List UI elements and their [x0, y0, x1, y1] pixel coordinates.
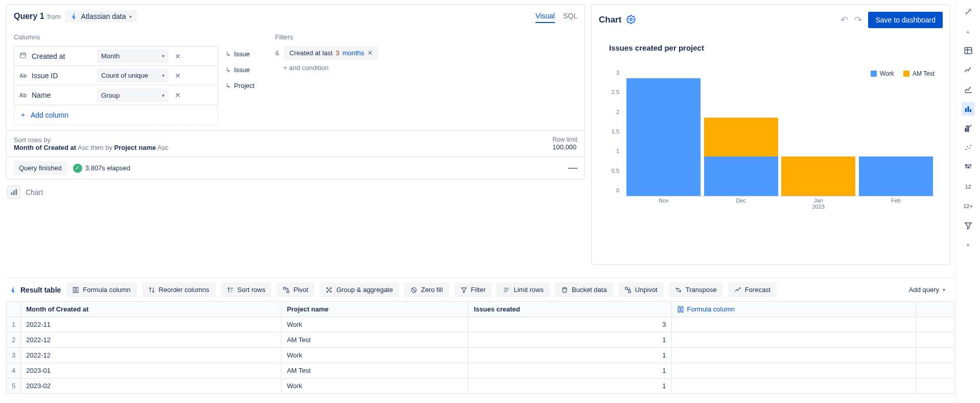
row-number: 4 — [7, 363, 21, 378]
svg-rect-1 — [11, 192, 13, 195]
formula-column-header[interactable]: Formula column — [671, 302, 916, 317]
svg-rect-7 — [967, 106, 969, 112]
tool-sort-rows[interactable]: Sort rows — [221, 282, 272, 297]
table-header[interactable]: Issues created — [469, 302, 671, 317]
chart-panel: Chart ↶ ↷ Save to dashboard Issues creat… — [591, 4, 950, 265]
sort-description[interactable]: Month of Created at Asc then by Project … — [14, 144, 169, 151]
table-row[interactable]: 42023-01AM Test1 — [7, 363, 954, 378]
chart-type-combo-icon[interactable] — [962, 122, 975, 135]
tool-transpose[interactable]: Transpose — [669, 282, 723, 297]
tool-zero-fill[interactable]: Zero fill — [404, 282, 449, 297]
chart-type-scatter-icon[interactable] — [962, 141, 975, 154]
bar-segment-work[interactable] — [859, 156, 933, 196]
tool-group[interactable]: Group & aggregate — [319, 282, 399, 297]
svg-rect-2 — [13, 191, 15, 195]
chart-type-funnel-icon[interactable] — [962, 219, 975, 232]
chart-chip-icon[interactable] — [7, 186, 20, 199]
table-header[interactable]: Project name — [282, 302, 469, 317]
column-row: AbIssue IDCount of unique▾✕ — [14, 66, 218, 85]
cell-project: Work — [282, 348, 469, 363]
bar-segment-am[interactable] — [704, 118, 778, 157]
column-remove-button[interactable]: ✕ — [173, 52, 183, 60]
table-row[interactable]: 22022-12AM Test1 — [7, 332, 954, 348]
column-row: AbNameGroup▾✕ — [14, 85, 218, 105]
bar-segment-am[interactable] — [781, 156, 855, 196]
columns-box: Created atMonth▾✕AbIssue IDCount of uniq… — [14, 46, 218, 105]
bar-segment-work[interactable] — [704, 156, 778, 196]
add-column-button[interactable]: ＋ Add column — [14, 105, 218, 125]
column-name[interactable]: Created at — [32, 52, 93, 60]
cell-month: 2023-01 — [21, 363, 282, 378]
add-query-button[interactable]: Add query▾ — [903, 282, 951, 297]
column-remove-button[interactable]: ✕ — [173, 72, 183, 80]
chart-type-table-icon[interactable] — [962, 44, 975, 57]
tool-forecast[interactable]: Forecast — [728, 282, 777, 297]
add-condition-button[interactable]: + and condition — [275, 64, 577, 72]
chart-type-number-plus-icon[interactable]: 12+ — [962, 199, 975, 213]
svg-rect-24 — [287, 290, 289, 293]
row-limit[interactable]: Row limit 100,000 — [552, 136, 577, 151]
svg-rect-23 — [284, 287, 286, 289]
filters-section-label: Filters — [275, 33, 577, 41]
table-row[interactable]: 12022-11Work3 — [7, 317, 954, 332]
chart-type-area-icon[interactable] — [962, 83, 975, 96]
bar-chart-icon — [10, 189, 17, 196]
legend-am: AM Test — [913, 70, 935, 77]
svg-rect-17 — [970, 164, 971, 166]
tool-limit-rows[interactable]: Limit rows — [497, 282, 550, 297]
column-source-chip[interactable]: ↳Project — [225, 82, 254, 89]
x-tick-label: Nov — [625, 197, 703, 212]
tool-pivot[interactable]: Pivot — [276, 282, 314, 297]
chevron-up-icon[interactable]: ▲ — [962, 25, 975, 38]
chart-panel-title: Chart — [599, 15, 621, 25]
chart-type-number-icon[interactable]: 12 — [962, 180, 975, 193]
x-tick-label: Jan2023 — [780, 197, 857, 212]
tab-visual[interactable]: Visual — [535, 10, 555, 23]
column-aggregate-select[interactable]: Month▾ — [97, 49, 169, 63]
undo-button[interactable]: ↶ — [841, 14, 848, 26]
column-remove-button[interactable]: ✕ — [173, 91, 183, 99]
svg-point-29 — [331, 291, 332, 292]
svg-rect-33 — [678, 306, 680, 312]
table-row[interactable]: 32022-12Work1 — [7, 348, 954, 363]
tool-reorder-columns[interactable]: Reorder columns — [142, 282, 216, 297]
filter-chip-remove[interactable]: ✕ — [367, 49, 373, 57]
svg-rect-31 — [625, 287, 627, 289]
x-tick-label: Dec — [703, 197, 780, 212]
chart-type-line-icon[interactable] — [962, 63, 975, 77]
column-name[interactable]: Name — [32, 91, 93, 99]
redo-button[interactable]: ↷ — [854, 14, 862, 26]
chart-settings-button[interactable] — [626, 15, 636, 26]
column-source-chip[interactable]: ↳Issue — [225, 66, 254, 74]
filter-chip-created-last[interactable]: Created at last 3 months ✕ — [284, 46, 378, 60]
column-aggregate-select[interactable]: Group▾ — [97, 88, 169, 102]
tool-filter[interactable]: Filter — [454, 282, 492, 297]
column-name[interactable]: Issue ID — [32, 72, 93, 80]
bar-segment-work[interactable] — [626, 78, 701, 196]
cell-count: 3 — [469, 317, 671, 332]
chart-type-bar-icon[interactable] — [962, 102, 975, 116]
cell-project: Work — [282, 378, 469, 394]
add-column-label: Add column — [31, 111, 68, 119]
table-row[interactable]: 52023-02Work1 — [7, 378, 954, 394]
chart-type-heatmap-icon[interactable] — [962, 161, 975, 174]
tool-unpivot[interactable]: Unpivot — [618, 282, 664, 297]
chevron-down-icon[interactable]: ▼ — [962, 238, 975, 252]
plus-icon: ＋ — [19, 110, 27, 120]
tool-bucket-data[interactable]: Bucket data — [555, 282, 613, 297]
cell-project: AM Test — [282, 332, 469, 348]
column-type-icon: Ab — [18, 92, 28, 99]
filter-ampersand: & — [275, 50, 279, 57]
collapse-button[interactable]: — — [568, 163, 577, 173]
data-source-chip[interactable]: Atlassian data ▾ — [65, 10, 137, 23]
magic-wand-icon[interactable] — [962, 5, 975, 18]
tab-sql[interactable]: SQL — [563, 10, 577, 23]
column-aggregate-select[interactable]: Count of unique▾ — [97, 69, 169, 82]
svg-rect-6 — [965, 108, 967, 113]
chart-plot: 00.511.522.53 NovDecJan2023Feb — [607, 79, 935, 212]
table-header[interactable]: Month of Created at — [21, 302, 282, 317]
save-to-dashboard-button[interactable]: Save to dashboard — [868, 12, 943, 28]
row-number: 3 — [7, 348, 21, 363]
column-source-chip[interactable]: ↳Issue — [225, 50, 254, 58]
tool-formula-column[interactable]: Formula column — [66, 282, 136, 297]
